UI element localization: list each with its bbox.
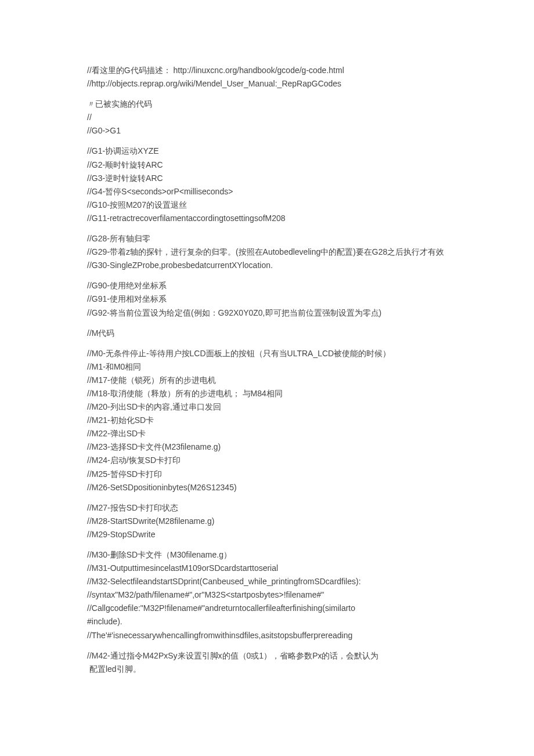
- text-line: //M28-StartSDwrite(M28filename.g): [87, 515, 447, 528]
- text-line: //M32-SelectfileandstartSDprint(Canbeuse…: [87, 575, 447, 588]
- text-line: //G90-使用绝对坐标系: [87, 279, 447, 292]
- text-line: //M30-删除SD卡文件（M30filename.g）: [87, 548, 447, 562]
- text-line: //syntax"M32/path/filename#",or"M32S<sta…: [87, 588, 447, 602]
- text-block: //G1-协调运动XYZE//G2-顺时针旋转ARC//G3-逆时针旋转ARC/…: [87, 144, 447, 225]
- text-line: //看这里的G代码描述： http://linuxcnc.org/handboo…: [87, 64, 447, 77]
- text-line: //G11-retractrecoverfilamentaccordingtos…: [87, 212, 447, 225]
- text-line: //M31-OutputtimesincelastM109orSDcardsta…: [87, 562, 447, 575]
- text-block: //M代码: [87, 327, 447, 340]
- text-line: //M29-StopSDwrite: [87, 528, 447, 541]
- text-line: //M代码: [87, 327, 447, 340]
- text-line: //M0-无条件停止-等待用户按LCD面板上的按钮（只有当ULTRA_LCD被使…: [87, 347, 447, 360]
- text-line: //The'#'isnecessarywhencallingfromwithin…: [87, 629, 447, 642]
- text-line: //M1-和M0相同: [87, 360, 447, 374]
- text-block: //G90-使用绝对坐标系//G91-使用相对坐标系//G92-将当前位置设为给…: [87, 279, 447, 319]
- text-line: //Callgcodefile:"M32P!filename#"andretur…: [87, 602, 447, 615]
- text-line: //M20-列出SD卡的内容,通过串口发回: [87, 400, 447, 414]
- text-line: //M26-SetSDpositioninbytes(M26S12345): [87, 481, 447, 494]
- text-line: //G30-SingleZProbe,probesbedatcurrentXYl…: [87, 259, 447, 272]
- text-block: //M42-通过指令M42PxSy来设置引脚x的值（0或1），省略参数Px的话，…: [87, 649, 447, 676]
- text-line: //G1-协调运动XYZE: [87, 144, 447, 158]
- text-line: //: [87, 111, 447, 124]
- text-line: //G3-逆时针旋转ARC: [87, 172, 447, 185]
- text-line: //M21-初始化SD卡: [87, 414, 447, 427]
- text-line: //G28-所有轴归零: [87, 232, 447, 245]
- text-line: //M22-弹出SD卡: [87, 427, 447, 440]
- document-content: //看这里的G代码描述： http://linuxcnc.org/handboo…: [87, 64, 447, 676]
- text-line: //M17-使能（锁死）所有的步进电机: [87, 374, 447, 387]
- text-line: //G10-按照M207的设置退丝: [87, 198, 447, 212]
- text-block: //M30-删除SD卡文件（M30filename.g）//M31-Output…: [87, 548, 447, 642]
- text-line: //M42-通过指令M42PxSy来设置引脚x的值（0或1），省略参数Px的话，…: [87, 649, 447, 663]
- text-line: //M25-暂停SD卡打印: [87, 468, 447, 481]
- text-line: //http://objects.reprap.org/wiki/Mendel_…: [87, 77, 447, 91]
- text-block: //M27-报告SD卡打印状态//M28-StartSDwrite(M28fil…: [87, 501, 447, 541]
- text-block: //看这里的G代码描述： http://linuxcnc.org/handboo…: [87, 64, 447, 91]
- text-block: 〃已被实施的代码////G0->G1: [87, 97, 447, 138]
- text-line: //M27-报告SD卡打印状态: [87, 501, 447, 515]
- text-line: #include).: [87, 615, 447, 628]
- text-line: //G4-暂停S<seconds>orP<milliseconds>: [87, 185, 447, 198]
- document-page: //看这里的G代码描述： http://linuxcnc.org/handboo…: [0, 0, 534, 756]
- text-line: //G92-将当前位置设为给定值(例如：G92X0Y0Z0,即可把当前位置强制设…: [87, 306, 447, 320]
- text-line: //M18-取消使能（释放）所有的步进电机； 与M84相同: [87, 387, 447, 400]
- text-line: 〃已被实施的代码: [87, 97, 447, 111]
- text-block: //G28-所有轴归零//G29-带着z轴的探针，进行复杂的归零。(按照在Aut…: [87, 232, 447, 272]
- text-line: //M23-选择SD卡文件(M23filename.g): [87, 440, 447, 454]
- text-line: //G2-顺时针旋转ARC: [87, 158, 447, 172]
- text-line: //G91-使用相对坐标系: [87, 292, 447, 306]
- text-line: 配置led引脚。: [87, 663, 447, 676]
- text-block: //M0-无条件停止-等待用户按LCD面板上的按钮（只有当ULTRA_LCD被使…: [87, 347, 447, 494]
- text-line: //G0->G1: [87, 124, 447, 138]
- text-line: //G29-带着z轴的探针，进行复杂的归零。(按照在Autobedlevelin…: [87, 245, 447, 259]
- text-line: //M24-启动/恢复SD卡打印: [87, 454, 447, 467]
